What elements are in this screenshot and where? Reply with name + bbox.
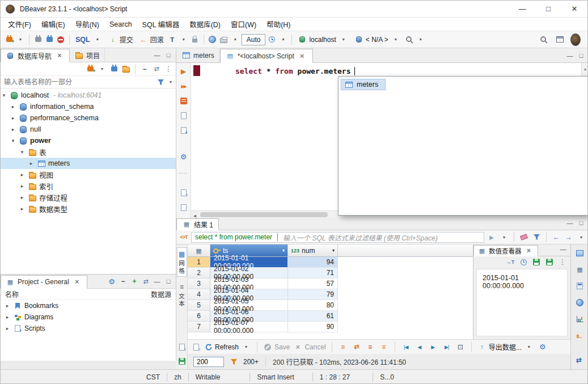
scrollbar-thumb[interactable] [200, 212, 328, 217]
tree-item-indexes-folder[interactable]: 索引 [1, 180, 176, 192]
delete-row-icon[interactable] [365, 342, 375, 352]
grid-view-tab[interactable]: 网格 [177, 247, 187, 277]
print-icon[interactable] [219, 35, 229, 45]
fetch-size-input[interactable] [193, 357, 224, 367]
connect-small-icon[interactable] [109, 64, 119, 74]
tab-localhost-script[interactable]: *<localhost> Script [220, 49, 313, 63]
expand-arrow-icon[interactable] [28, 161, 35, 166]
maximize-button[interactable]: □ [535, 1, 561, 17]
refresh-button[interactable]: Refresh [205, 342, 251, 352]
new-connection-dropdown-icon[interactable] [15, 35, 26, 45]
tree-item-performance-schema[interactable]: performance_schema [1, 112, 176, 124]
transaction-log-icon[interactable] [167, 35, 177, 45]
menu-file[interactable]: 文件(F) [3, 18, 36, 31]
expand-arrow-icon[interactable] [10, 126, 16, 132]
link-with-editor-icon[interactable] [141, 276, 151, 286]
row-number-cell[interactable]: 2 [188, 268, 210, 278]
tree-item-null[interactable]: null [1, 124, 176, 135]
edit-row-icon[interactable] [379, 342, 389, 352]
commit-button[interactable]: 提交 [106, 34, 136, 45]
new-folder-icon[interactable] [121, 64, 131, 74]
menu-edit[interactable]: 编辑(E) [36, 18, 70, 31]
maximize-panel-icon[interactable] [576, 218, 586, 228]
row-number-cell[interactable]: 6 [188, 311, 210, 322]
explain-plan-icon[interactable] [179, 96, 189, 106]
sql-code-line[interactable]: select * from power.meters [191, 63, 588, 75]
tree-item-procedures-folder[interactable]: 存储过程 [1, 192, 176, 203]
filter-input[interactable]: select * from power.meter 输入一个 SQL 表达式来过… [191, 232, 484, 243]
row-number-cell[interactable]: 4 [188, 289, 210, 300]
project-item-bookmarks[interactable]: Bookmarks [1, 300, 176, 311]
grid-corner-cell[interactable] [188, 244, 210, 257]
new-connection-small-dropdown-icon[interactable] [97, 64, 107, 74]
num-cell[interactable]: 90 [288, 322, 338, 332]
sql-editor-button[interactable]: SQL [73, 34, 105, 45]
value-panel-icon[interactable] [575, 248, 585, 258]
tab-project-general[interactable]: Project - General [1, 275, 87, 289]
link-with-editor-icon[interactable] [151, 64, 162, 74]
execute-script-icon[interactable] [179, 81, 189, 91]
num-cell[interactable]: 80 [288, 300, 338, 311]
menu-navigate[interactable]: 导航(N) [70, 18, 104, 31]
filter-history-dropdown-icon[interactable] [499, 232, 509, 242]
maximize-panel-icon[interactable] [576, 50, 586, 61]
last-row-icon[interactable] [442, 342, 452, 352]
save-button[interactable]: Save [263, 343, 290, 352]
clear-filter-icon[interactable] [519, 232, 529, 242]
column-dropdown-icon[interactable]: ▾ [332, 248, 335, 253]
new-connection-icon[interactable]: + [4, 35, 14, 45]
close-icon[interactable] [54, 50, 65, 61]
custom-filter-icon[interactable] [179, 232, 189, 242]
menu-database[interactable]: 数据库(D) [184, 18, 226, 31]
save-script-icon[interactable] [179, 202, 189, 213]
settings-icon[interactable] [179, 151, 189, 162]
minimize-panel-icon[interactable] [558, 244, 568, 254]
collapse-all-icon[interactable] [139, 64, 150, 74]
export-data-button[interactable]: 导出数据... [477, 342, 534, 352]
menu-window[interactable]: 窗口(W) [226, 18, 261, 31]
auto-format-icon[interactable] [505, 257, 515, 267]
num-cell[interactable]: 61 [288, 311, 338, 322]
previous-row-icon[interactable] [414, 342, 425, 352]
expand-arrow-icon[interactable] [1, 92, 7, 98]
reconnect-icon[interactable] [44, 35, 54, 45]
tree-item-views-folder[interactable]: 视图 [1, 169, 176, 180]
perspective-icon[interactable] [555, 35, 565, 45]
expand-arrow-icon[interactable] [4, 303, 11, 309]
expand-arrow-icon[interactable] [4, 326, 11, 331]
next-row-icon[interactable] [428, 342, 438, 352]
tree-item-localhost[interactable]: localhost - localhost:6041 [1, 90, 176, 101]
transaction-dropdown-icon[interactable] [179, 35, 189, 45]
row-number-cell[interactable]: 7 [188, 322, 210, 332]
filter-icon[interactable] [155, 77, 166, 87]
refresh-result-icon[interactable] [177, 356, 187, 366]
sql-template-icon[interactable] [179, 111, 189, 121]
row-number-cell[interactable]: 1 [188, 257, 210, 268]
fit-columns-icon[interactable] [455, 342, 466, 352]
save-value-icon[interactable] [531, 257, 542, 267]
num-cell[interactable]: 71 [288, 268, 338, 278]
row-number-cell[interactable]: 5 [188, 300, 210, 311]
collapse-all-icon[interactable] [118, 276, 128, 286]
history-dropdown-icon[interactable] [278, 35, 288, 45]
new-connection-small-icon[interactable]: + [85, 64, 95, 74]
ts-cell[interactable]: 2015-01-07 00:00:00.000 [210, 322, 288, 332]
add-row-icon[interactable] [338, 342, 348, 352]
expand-arrow-icon[interactable] [19, 149, 26, 155]
export-result-icon[interactable] [177, 342, 187, 352]
insert-mode-indicator[interactable]: Smart Insert [250, 373, 301, 381]
close-icon[interactable] [297, 51, 307, 61]
project-item-diagrams[interactable]: Diagrams [1, 311, 176, 323]
minimize-button[interactable]: — [509, 1, 535, 17]
execute-statement-icon[interactable] [179, 66, 189, 77]
lock-icon[interactable] [190, 35, 200, 45]
pin-result-icon[interactable] [191, 342, 201, 352]
menu-help[interactable]: 帮助(H) [261, 18, 295, 31]
autocomplete-item-meters[interactable]: meters [341, 79, 386, 90]
value-menu-icon[interactable] [557, 257, 568, 267]
duplicate-row-icon[interactable] [352, 342, 362, 352]
tree-item-datatypes-folder[interactable]: 数据类型 [1, 203, 176, 214]
close-icon[interactable] [524, 246, 534, 256]
minimize-panel-icon[interactable] [152, 276, 162, 286]
project-item-scripts[interactable]: Scripts [1, 323, 176, 334]
